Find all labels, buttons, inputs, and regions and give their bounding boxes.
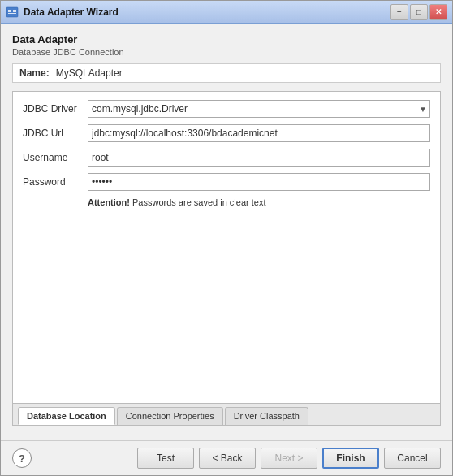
- section-title: Data Adapter: [12, 33, 441, 45]
- section-header: Data Adapter Database JDBC Connection: [12, 33, 441, 57]
- footer-buttons: Test < Back Next > Finish Cancel: [137, 448, 441, 469]
- password-row: Password: [23, 173, 430, 191]
- name-label: Name:: [19, 67, 50, 79]
- back-button[interactable]: < Back: [199, 448, 256, 469]
- tab-driver-classpath[interactable]: Driver Classpath: [225, 407, 308, 425]
- content-area: Data Adapter Database JDBC Connection Na…: [1, 24, 452, 440]
- wizard-icon: [6, 6, 19, 19]
- title-bar: Data Adapter Wizard − □ ✕: [1, 1, 452, 24]
- close-button[interactable]: ✕: [429, 4, 447, 20]
- next-button[interactable]: Next >: [261, 448, 317, 469]
- tab-database-location[interactable]: Database Location: [18, 407, 115, 425]
- password-label: Password: [23, 176, 88, 188]
- url-input[interactable]: [88, 124, 430, 142]
- attention-bold-label: Attention!: [88, 197, 130, 207]
- footer: ? Test < Back Next > Finish Cancel: [1, 440, 452, 475]
- username-label: Username: [23, 152, 88, 163]
- svg-rect-4: [8, 13, 16, 14]
- password-input[interactable]: [88, 173, 430, 191]
- svg-rect-3: [13, 11, 16, 12]
- help-button[interactable]: ?: [12, 448, 32, 468]
- maximize-button[interactable]: □: [410, 4, 428, 20]
- svg-rect-2: [13, 10, 16, 11]
- test-button[interactable]: Test: [137, 448, 194, 469]
- username-row: Username: [23, 149, 430, 167]
- name-value: MySQLAdapter: [56, 67, 123, 79]
- driver-select[interactable]: com.mysql.jdbc.Driver: [88, 100, 430, 118]
- username-input[interactable]: [88, 149, 430, 167]
- cancel-button[interactable]: Cancel: [384, 448, 441, 469]
- svg-rect-1: [8, 10, 11, 12]
- driver-label: JDBC Driver: [23, 103, 88, 115]
- attention-text: Attention! Passwords are saved in clear …: [88, 197, 265, 207]
- minimize-button[interactable]: −: [390, 4, 408, 20]
- window-controls: − □ ✕: [390, 4, 447, 20]
- jdbc-content: JDBC Driver com.mysql.jdbc.Driver ▼ JDBC…: [13, 92, 440, 403]
- attention-row: Attention! Passwords are saved in clear …: [23, 197, 430, 207]
- attention-message: Passwords are saved in clear text: [130, 197, 266, 207]
- finish-button[interactable]: Finish: [322, 448, 379, 469]
- tabs-bar: Database Location Connection Properties …: [13, 403, 440, 425]
- driver-row: JDBC Driver com.mysql.jdbc.Driver ▼: [23, 100, 430, 118]
- driver-select-wrapper: com.mysql.jdbc.Driver ▼: [88, 100, 430, 118]
- window-title: Data Adapter Wizard: [24, 6, 390, 18]
- name-row: Name: MySQLAdapter: [12, 63, 441, 83]
- url-row: JDBC Url: [23, 124, 430, 142]
- section-subtitle: Database JDBC Connection: [12, 47, 441, 57]
- jdbc-box: JDBC Driver com.mysql.jdbc.Driver ▼ JDBC…: [12, 91, 441, 426]
- wizard-window: Data Adapter Wizard − □ ✕ Data Adapter D…: [0, 0, 453, 476]
- url-label: JDBC Url: [23, 128, 88, 139]
- tab-connection-properties[interactable]: Connection Properties: [117, 407, 223, 425]
- svg-rect-5: [8, 15, 13, 15]
